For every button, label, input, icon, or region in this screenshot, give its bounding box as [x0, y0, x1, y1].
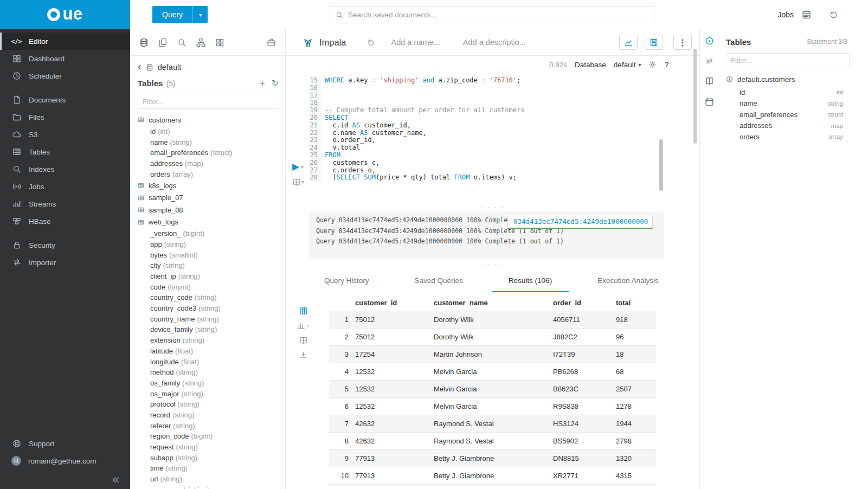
grid-view-icon[interactable]: [299, 307, 307, 315]
info-icon[interactable]: [726, 76, 733, 83]
tab-query-history[interactable]: Query History: [307, 276, 386, 292]
table-item-customers[interactable]: customers: [138, 114, 279, 126]
right-column-item-id[interactable]: idint: [719, 87, 868, 98]
column-item-subapp[interactable]: subapp(string): [138, 452, 279, 463]
settings-gear-icon[interactable]: [648, 61, 657, 69]
column-header-order-id[interactable]: order_id: [550, 294, 613, 311]
sidebar-item-editor[interactable]: </>Editor: [0, 33, 130, 50]
column-item-orders[interactable]: orders(array): [138, 169, 279, 179]
column-item-time[interactable]: time(string): [138, 463, 279, 474]
sitemap-icon[interactable]: [196, 38, 205, 47]
sidebar-item-hbase[interactable]: HBase: [0, 213, 130, 230]
tab-execution-analysis[interactable]: Execution Analysis: [581, 276, 676, 292]
assistant-icon[interactable]: [705, 36, 714, 46]
column-item-method[interactable]: method(string): [138, 367, 279, 378]
sidebar-item-files[interactable]: Files: [0, 108, 130, 126]
column-header-customer-id[interactable]: customer_id: [352, 294, 430, 311]
column-item-bytes[interactable]: bytes(smallint): [138, 249, 279, 260]
documents-source-icon[interactable]: [158, 38, 168, 47]
column-item-id[interactable]: id(int): [138, 126, 279, 137]
column-header-total[interactable]: total: [613, 294, 656, 311]
column-item-protocol[interactable]: protocol(string): [138, 399, 279, 410]
column-item-version[interactable]: _version_(bigint): [138, 228, 279, 239]
right-column-item-addresses[interactable]: addressesmap: [719, 120, 868, 132]
editor-scrollbar[interactable]: [659, 139, 663, 191]
table-item-k8s-logs[interactable]: k8s_logs: [138, 179, 279, 192]
sidebar-item-documents[interactable]: Documents: [0, 91, 130, 108]
table-item-sample-08[interactable]: sample_08: [138, 204, 279, 216]
execute-options-caret-icon[interactable]: ▾: [301, 164, 304, 170]
search-input[interactable]: [348, 11, 648, 19]
column-item-request[interactable]: request(string): [138, 442, 279, 453]
hue-logo[interactable]: ue: [0, 0, 130, 29]
table-filter-input[interactable]: [138, 94, 279, 109]
column-item-client-ip[interactable]: client_ip(string): [138, 271, 279, 282]
sidebar-item-tables[interactable]: Tables: [0, 143, 130, 160]
sidebar-item-streams[interactable]: Streams: [0, 195, 130, 213]
column-item-app[interactable]: app(string): [138, 239, 279, 250]
column-header-customer-name[interactable]: customer_name: [430, 294, 550, 311]
table-item-web-logs[interactable]: web_logs: [138, 216, 279, 228]
main-scrollbar[interactable]: [693, 49, 697, 144]
save-button[interactable]: [645, 35, 663, 50]
column-item-os-major[interactable]: os_major(string): [138, 388, 279, 399]
column-item-code[interactable]: code(tinyint): [138, 281, 279, 292]
column-item-country-code3[interactable]: country_code3(string): [138, 303, 279, 314]
right-column-item-email-preferences[interactable]: email_preferencesstruct: [719, 109, 868, 120]
table-row[interactable]: 977913Betty J. GiambroneDN88151320: [329, 450, 656, 467]
table-row[interactable]: 742632Raymond S. VestalHS31241944: [329, 415, 656, 433]
more-actions-button[interactable]: ⋮: [673, 35, 692, 50]
column-item-addresses[interactable]: addresses(map): [138, 158, 279, 169]
right-filter-input[interactable]: [726, 53, 850, 67]
column-item-extension[interactable]: extension(string): [138, 335, 279, 346]
functions-icon[interactable]: x²: [706, 57, 712, 65]
back-chevron-icon[interactable]: ‹: [138, 61, 142, 72]
sidebar-item-security[interactable]: Security: [0, 236, 130, 254]
right-column-item-orders[interactable]: ordersarray: [719, 131, 868, 143]
query-description-input[interactable]: Add a descriptio...: [463, 38, 527, 47]
download-results-icon[interactable]: [299, 351, 307, 359]
column-item-device-family[interactable]: device_family(string): [138, 324, 279, 335]
query-history-icon[interactable]: [367, 38, 375, 47]
jobs-list-icon[interactable]: [802, 10, 811, 20]
active-table-item[interactable]: default.customers: [719, 75, 868, 83]
editor-format-icon[interactable]: ▾: [293, 178, 304, 186]
schedule-icon[interactable]: [705, 97, 714, 106]
resize-handle-bottom[interactable]: [286, 259, 699, 268]
sidebar-item-s3[interactable]: S3: [0, 126, 130, 143]
sidebar-item-support[interactable]: Support: [0, 435, 130, 452]
right-column-item-name[interactable]: namestring: [719, 98, 868, 110]
collapse-sidebar-button[interactable]: «: [0, 469, 130, 487]
sql-editor[interactable]: ▶ ▾ ▾ 15WHERE a.key = 'shipping' and a.z…: [286, 73, 699, 202]
tab-results-106[interactable]: Results (106): [492, 276, 569, 292]
new-query-button[interactable]: Query ▾: [152, 6, 208, 23]
column-item-name[interactable]: name(string): [138, 137, 279, 147]
add-table-icon[interactable]: +: [260, 79, 265, 88]
column-item-os-family[interactable]: os_family(string): [138, 378, 279, 389]
database-breadcrumb[interactable]: ‹ default: [138, 62, 279, 72]
chart-view-icon[interactable]: ▾: [297, 321, 308, 330]
table-item-sample-07[interactable]: sample_07: [138, 191, 279, 204]
query-name-input[interactable]: Add a name...: [391, 38, 440, 47]
chart-button[interactable]: [619, 35, 638, 50]
columns-view-icon[interactable]: [299, 336, 307, 344]
language-reference-icon[interactable]: [705, 76, 714, 86]
sidebar-item-importer[interactable]: Importer: [0, 254, 130, 271]
column-item-user-agent[interactable]: user_agent(string): [138, 484, 279, 488]
column-item-latitude[interactable]: latitude(float): [138, 346, 279, 357]
history-icon[interactable]: [829, 10, 838, 20]
column-item-url[interactable]: url(string): [138, 474, 279, 485]
sidebar-item-indexes[interactable]: Indexes: [0, 160, 130, 178]
zoom-icon[interactable]: [177, 38, 187, 47]
query-dropdown-caret-icon[interactable]: ▾: [192, 6, 208, 23]
apps-grid-icon[interactable]: [215, 38, 224, 47]
table-row[interactable]: 842632Raymond S. VestalBS59022798: [329, 433, 656, 450]
briefcase-icon[interactable]: [267, 38, 276, 47]
resize-handle-top[interactable]: [286, 202, 699, 211]
database-select[interactable]: default ▾: [614, 61, 641, 69]
query-id-tooltip[interactable]: 034d413ec7474ed5:4249de1000000000: [507, 215, 653, 229]
table-row[interactable]: 275012Dorothy WilkJ882C296: [329, 329, 656, 346]
column-item-country-name[interactable]: country_name(string): [138, 313, 279, 324]
sidebar-item-jobs[interactable]: Jobs: [0, 178, 130, 195]
column-item-email-preferences[interactable]: email_preferences(struct): [138, 147, 279, 158]
